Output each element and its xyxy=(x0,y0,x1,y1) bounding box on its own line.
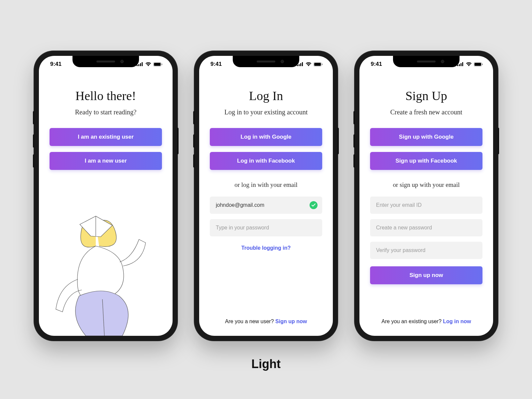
svg-rect-3 xyxy=(142,62,143,66)
login-subtitle: Log in to your existing account xyxy=(210,108,322,116)
wifi-icon xyxy=(466,62,472,66)
status-time: 9:41 xyxy=(50,61,62,67)
svg-rect-2 xyxy=(140,63,141,66)
signup-facebook-button[interactable]: Sign up with Facebook xyxy=(370,152,482,170)
signup-divider: or sign up with your email xyxy=(370,181,482,189)
mockup-caption: Light xyxy=(251,357,281,371)
login-now-link[interactable]: Log in now xyxy=(443,319,471,324)
wifi-icon xyxy=(145,62,151,66)
battery-icon xyxy=(153,62,163,66)
status-indicators xyxy=(297,62,323,66)
signup-password-field[interactable] xyxy=(370,219,482,236)
login-footer: Are you a new user? Sign up now xyxy=(199,319,333,325)
svg-rect-5 xyxy=(154,63,161,66)
svg-rect-6 xyxy=(162,64,162,65)
battery-icon xyxy=(314,62,323,66)
screen-login: 9:41 Log In Log in to your existing acco… xyxy=(199,56,333,336)
signup-now-link[interactable]: Sign up now xyxy=(275,319,307,324)
email-field[interactable] xyxy=(210,197,322,214)
battery-icon xyxy=(474,62,483,66)
welcome-subtitle: Ready to start reading? xyxy=(50,108,162,116)
status-indicators xyxy=(137,62,163,66)
svg-rect-11 xyxy=(302,62,303,66)
svg-rect-17 xyxy=(461,63,462,66)
login-facebook-button[interactable]: Log in with Facebook xyxy=(210,152,322,170)
signup-footer: Are you an existing user? Log in now xyxy=(359,319,493,325)
signup-title: Sign Up xyxy=(370,88,482,103)
email-field-wrap xyxy=(210,191,322,214)
signup-submit-button[interactable]: Sign up now xyxy=(370,266,482,284)
notch xyxy=(72,56,139,67)
status-time: 9:41 xyxy=(210,61,222,67)
svg-rect-20 xyxy=(474,63,481,66)
phone-mockups-row: 9:41 Hello there! Ready to start reading… xyxy=(34,51,498,340)
password-field[interactable] xyxy=(210,219,322,236)
svg-rect-9 xyxy=(299,64,300,66)
screen-signup: 9:41 Sign Up Create a fresh new account xyxy=(359,56,493,336)
signup-email-field[interactable] xyxy=(370,197,482,214)
signup-content: Sign Up Create a fresh new account Sign … xyxy=(359,72,493,336)
check-icon xyxy=(310,201,318,209)
status-time: 9:41 xyxy=(371,61,382,67)
status-indicators xyxy=(457,62,483,66)
new-user-button[interactable]: I am a new user xyxy=(50,152,162,170)
notch xyxy=(233,56,299,67)
signup-verify-field[interactable] xyxy=(370,242,482,259)
wifi-icon xyxy=(306,62,312,66)
signup-google-button[interactable]: Sign up with Google xyxy=(370,128,482,146)
login-content: Log In Log in to your existing account L… xyxy=(199,72,333,336)
welcome-content: Hello there! Ready to start reading? I a… xyxy=(39,72,173,336)
notch xyxy=(393,56,460,67)
login-divider: or log in with your email xyxy=(210,181,322,189)
screen-welcome: 9:41 Hello there! Ready to start reading… xyxy=(39,56,173,336)
login-google-button[interactable]: Log in with Google xyxy=(210,128,322,146)
existing-user-button[interactable]: I am an existing user xyxy=(50,128,162,146)
svg-rect-16 xyxy=(459,64,460,66)
svg-rect-1 xyxy=(138,64,139,66)
welcome-title: Hello there! xyxy=(50,88,162,103)
svg-rect-14 xyxy=(322,64,323,65)
login-footer-question: Are you a new user? xyxy=(225,319,275,324)
svg-rect-21 xyxy=(482,64,483,65)
svg-rect-18 xyxy=(462,62,463,66)
trouble-logging-in-link[interactable]: Trouble logging in? xyxy=(210,245,322,251)
svg-rect-13 xyxy=(314,63,321,66)
signup-subtitle: Create a fresh new account xyxy=(370,108,482,116)
svg-rect-10 xyxy=(300,63,301,66)
login-title: Log In xyxy=(210,88,322,103)
phone-welcome: 9:41 Hello there! Ready to start reading… xyxy=(34,51,177,340)
signup-footer-question: Are you an existing user? xyxy=(381,319,443,324)
phone-signup: 9:41 Sign Up Create a fresh new account xyxy=(355,51,498,340)
reading-illustration xyxy=(39,196,173,336)
phone-login: 9:41 Log In Log in to your existing acco… xyxy=(195,51,337,340)
